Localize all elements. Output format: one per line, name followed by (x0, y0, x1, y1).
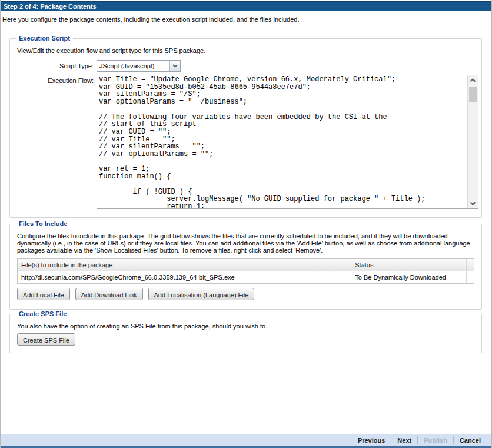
script-type-value: JScript (Javascript) (97, 61, 169, 71)
create-sps-file-button[interactable]: Create SPS File (17, 333, 75, 346)
file-status-cell: To Be Dynamically Downloaded (351, 271, 467, 283)
column-header-file[interactable]: File(s) to include in the package (18, 259, 351, 271)
files-table-header[interactable]: File(s) to include in the package Status (18, 259, 474, 271)
step-title-bar: Step 2 of 4: Package Contents (1, 1, 491, 11)
wizard-step2-page: { "header": { "title": "Step 2 of 4: Pac… (0, 0, 492, 448)
files-to-include-legend: Files To Include (16, 220, 70, 227)
next-button[interactable]: Next (391, 437, 417, 444)
scroll-up-icon[interactable] (468, 75, 478, 85)
previous-button[interactable]: Previous (352, 437, 391, 444)
cancel-button[interactable]: Cancel (454, 437, 487, 444)
execution-flow-editor[interactable]: var Title = "Update Google Chrome, versi… (97, 75, 478, 209)
execution-script-legend: Execution Script (16, 35, 73, 42)
wizard-footer-bar: Previous Next Publish Cancel (1, 434, 491, 446)
execution-flow-code[interactable]: var Title = "Update Google Chrome, versi… (97, 75, 467, 208)
execution-script-description: View/Edit the execution flow and script … (10, 39, 481, 54)
scrollbar-thumb[interactable] (469, 87, 477, 102)
files-to-include-section: Files To Include Configure the files to … (9, 224, 482, 310)
script-type-label: Script Type: (10, 60, 94, 69)
publish-button: Publish (418, 437, 453, 444)
script-type-dropdown[interactable]: JScript (Javascript) (97, 60, 181, 72)
add-localisation-file-button[interactable]: Add Localisation (Language) File (148, 288, 255, 300)
execution-script-section: Execution Script View/Edit the execution… (9, 38, 482, 218)
add-download-link-button[interactable]: Add Download Link (75, 288, 143, 300)
file-url-cell[interactable]: http://dl.secunia.com/SPS/GoogleChrome_6… (18, 271, 351, 283)
files-description: Configure the files to include in this p… (10, 224, 481, 254)
table-row[interactable]: http://dl.secunia.com/SPS/GoogleChrome_6… (18, 271, 474, 283)
create-sps-description: You also have the option of creating an … (10, 314, 481, 330)
code-scrollbar[interactable] (467, 75, 478, 208)
chevron-down-icon (172, 64, 178, 68)
step-description: Here you configure the package contents,… (1, 11, 491, 23)
scroll-down-icon[interactable] (468, 198, 478, 208)
create-sps-legend: Create SPS File (16, 310, 69, 317)
files-table: File(s) to include in the package Status… (17, 258, 474, 284)
window-bottom-edge (1, 446, 491, 448)
column-header-status[interactable]: Status (351, 259, 467, 271)
column-header-spacer (467, 259, 474, 271)
row-spacer (467, 271, 474, 283)
dropdown-trigger-button[interactable] (169, 61, 180, 71)
execution-flow-label: Execution Flow: (10, 75, 94, 84)
add-local-file-button[interactable]: Add Local File (17, 288, 70, 300)
create-sps-section: Create SPS File You also have the option… (9, 314, 482, 353)
